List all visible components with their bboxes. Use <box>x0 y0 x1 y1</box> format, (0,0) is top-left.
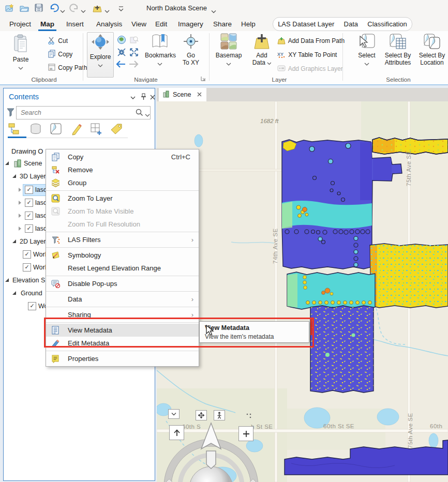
add-data-from-path-button[interactable]: Add Data From Path <box>277 36 345 46</box>
undo-dropdown-icon[interactable] <box>60 6 65 16</box>
remove-icon <box>51 165 60 174</box>
undo-icon[interactable] <box>49 3 59 16</box>
tab-analysis[interactable]: Analysis <box>94 18 124 31</box>
bookmarks-button[interactable]: Bookmarks <box>145 33 175 68</box>
add-item-dropdown-icon[interactable] <box>104 6 110 16</box>
map-view[interactable]: ; <box>157 101 448 482</box>
checkbox-lasc-2[interactable]: ✓ <box>25 199 33 207</box>
tree-item-elevation-surfaces[interactable]: Elevation S <box>12 275 45 285</box>
tree-item-scene[interactable]: Scene <box>24 158 42 169</box>
save-icon[interactable] <box>34 3 43 14</box>
title-dropdown-icon[interactable] <box>211 7 216 16</box>
menu-item-properties[interactable]: Properties <box>46 352 199 365</box>
menu-item-las-filters[interactable]: LAS Filters › <box>46 233 199 246</box>
tree-item-2d-layers[interactable]: 2D Layers <box>20 236 49 247</box>
tab-help[interactable]: Help <box>239 18 258 31</box>
scene-view-tab[interactable]: Scene <box>159 88 206 101</box>
paste-button[interactable]: Paste <box>8 33 33 77</box>
customize-toolbar-icon[interactable] <box>118 5 124 14</box>
explore-button[interactable]: Explore <box>87 32 114 78</box>
select-by-location-button[interactable]: Select ByLocation <box>418 33 446 66</box>
pane-menu-chevron-icon[interactable] <box>130 93 138 101</box>
menu-item-reset-legend[interactable]: Reset Legend Elevation Range <box>46 262 199 275</box>
tab-data[interactable]: Data <box>344 20 358 28</box>
menu-item-sharing[interactable]: Sharing › <box>46 308 199 321</box>
search-dropdown-icon[interactable] <box>145 111 150 120</box>
tree-item-ground[interactable]: Ground <box>21 288 42 298</box>
list-by-snapping-tab[interactable] <box>89 123 104 136</box>
collapse-extent-icon[interactable] <box>117 48 126 59</box>
tab-imagery[interactable]: Imagery <box>176 18 205 31</box>
navigator-collapse-button[interactable] <box>168 409 180 419</box>
cut-button[interactable]: Cut <box>48 36 68 46</box>
expander-3d-layers[interactable] <box>12 174 16 178</box>
checkbox-lasc-3[interactable]: ✓ <box>25 212 33 220</box>
walk-mode-button[interactable] <box>214 410 225 420</box>
expander-2d-layers[interactable] <box>12 239 16 243</box>
select-button[interactable]: Select <box>354 33 380 68</box>
menu-item-group[interactable]: Group <box>46 176 199 189</box>
open-project-icon[interactable] <box>20 4 29 15</box>
menu-item-remove[interactable]: Remove <box>46 163 199 176</box>
menu-item-view-metadata[interactable]: View Metadata <box>46 324 199 337</box>
tab-las-dataset-layer[interactable]: LAS Dataset Layer <box>278 20 334 28</box>
tree-item-world-2[interactable]: Worl <box>33 262 46 273</box>
tab-view[interactable]: View <box>129 18 148 31</box>
tree-item-3d-layers[interactable]: 3D Layers <box>20 171 49 182</box>
menu-item-symbology[interactable]: Symbology <box>46 249 199 262</box>
tab-share[interactable]: Share <box>211 18 234 31</box>
menu-item-zoom-to-layer[interactable]: Zoom To Layer <box>46 192 199 205</box>
list-by-drawing-order-tab[interactable] <box>8 123 22 136</box>
filter-icon[interactable] <box>7 108 15 119</box>
expand-extent-icon[interactable] <box>129 48 139 59</box>
search-icon[interactable] <box>136 109 143 118</box>
checkbox-world-1[interactable]: ✓ <box>23 250 31 259</box>
menu-item-edit-metadata[interactable]: Edit Metadata <box>46 337 199 350</box>
checkbox-lasc-1[interactable]: ✓ <box>25 186 33 194</box>
previous-extent-icon[interactable] <box>115 60 126 70</box>
expander-elevation[interactable] <box>5 278 9 282</box>
checkbox-lasc-4[interactable]: ✓ <box>25 224 33 233</box>
basemap-button[interactable]: Basemap <box>214 33 243 68</box>
tab-project[interactable]: Project <box>7 18 33 31</box>
move-up-button[interactable] <box>169 425 184 440</box>
pan-mode-button[interactable] <box>196 410 207 420</box>
expander-scene[interactable] <box>5 161 9 165</box>
navigator-drag-dots[interactable] <box>246 411 251 420</box>
xy-table-to-point-button[interactable]: XY XY Table To Point <box>277 50 337 59</box>
expander-lasc-3[interactable] <box>19 214 21 218</box>
redo-dropdown-icon[interactable] <box>81 6 86 16</box>
tab-insert[interactable]: Insert <box>64 18 86 31</box>
navigate-dialog-launcher-icon[interactable] <box>201 74 206 84</box>
add-data-button[interactable]: AddData <box>249 33 274 66</box>
list-by-data-source-tab[interactable] <box>28 123 43 136</box>
add-item-icon[interactable] <box>92 3 102 16</box>
tree-item-world-1[interactable]: Worl <box>33 249 46 260</box>
tab-map[interactable]: Map <box>38 18 56 31</box>
expander-lasc-1[interactable] <box>19 188 21 192</box>
copy-path-button[interactable]: w. Copy Path <box>48 63 87 72</box>
pin-icon[interactable] <box>140 93 148 101</box>
expander-ground[interactable] <box>12 291 16 295</box>
tab-edit[interactable]: Edit <box>153 18 169 31</box>
list-by-labeling-tab[interactable] <box>109 123 124 136</box>
menu-item-data[interactable]: Data › <box>46 293 199 306</box>
select-by-attributes-button[interactable]: Select ByAttributes <box>383 33 413 66</box>
zoom-in-button[interactable] <box>238 426 253 441</box>
full-extent-icon[interactable] <box>117 35 126 47</box>
checkbox-world-2[interactable]: ✓ <box>23 263 31 272</box>
expander-lasc-4[interactable] <box>19 227 21 231</box>
checkbox-world-elev[interactable]: ✓ <box>28 302 36 310</box>
list-by-editing-tab[interactable] <box>70 123 84 136</box>
menu-item-copy[interactable]: Copy Ctrl+C <box>46 150 199 163</box>
expander-lasc-2[interactable] <box>19 201 21 205</box>
new-project-icon[interactable] <box>5 4 14 15</box>
menu-item-disable-popups[interactable]: Disable Pop-ups <box>46 277 199 290</box>
go-to-xy-button[interactable]: GoTo XY <box>179 33 203 66</box>
copy-button[interactable]: Copy <box>48 50 72 59</box>
search-input[interactable] <box>20 108 120 118</box>
list-by-selection-tab[interactable] <box>49 123 64 136</box>
close-tab-icon[interactable] <box>197 91 202 98</box>
drawing-order-heading[interactable]: Drawing O <box>11 146 43 157</box>
tab-classification[interactable]: Classification <box>367 20 407 28</box>
